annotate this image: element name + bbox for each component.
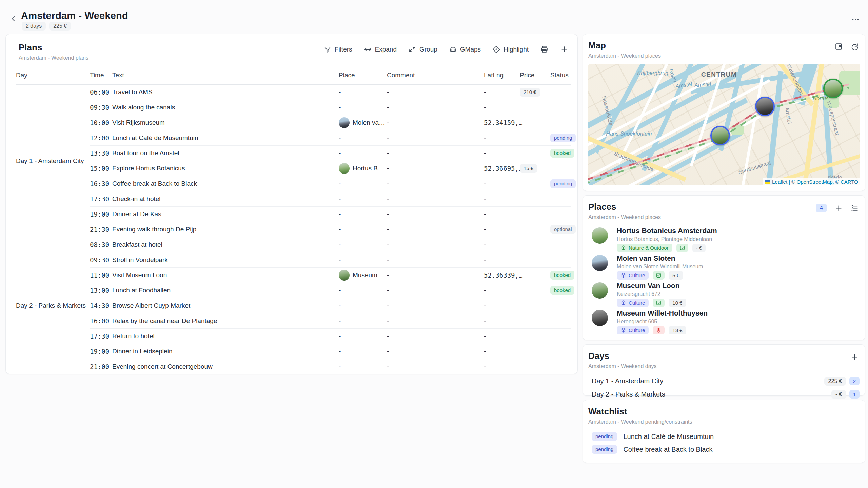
day-count-badge: 2 — [849, 377, 860, 385]
toolbar-gmaps-button[interactable]: GMaps — [449, 45, 481, 54]
cell-text: Boat tour on the Amstel — [112, 146, 339, 161]
table-row[interactable]: 16:30Coffee break at Back to Black---pen… — [16, 176, 571, 191]
table-row[interactable]: 19:00Dinner at De Kas--- — [16, 207, 571, 222]
cell-latlng: - — [484, 329, 520, 344]
cell-place: - — [339, 130, 387, 146]
table-row[interactable]: 11:00Visit Museum LoonMuseum Va…-52.3633… — [16, 268, 571, 283]
table-row[interactable]: 09:30Stroll in Vondelpark--- — [16, 252, 571, 268]
table-row[interactable]: 17:30Check-in at hotel--- — [16, 191, 571, 207]
toolbar-group-button[interactable]: Group — [408, 45, 437, 54]
map-fullscreen-button[interactable] — [834, 42, 843, 51]
visited-check-badge — [653, 299, 665, 307]
ellipsis-icon — [851, 15, 860, 24]
cell-place: - — [339, 222, 387, 237]
cell-latlng: - — [484, 283, 520, 298]
add-place-button[interactable] — [834, 204, 843, 212]
table-row[interactable]: 12:00Lunch at Café de Museumtuin---pendi… — [16, 130, 571, 146]
toolbar-highlight-button[interactable]: Highlight — [492, 45, 529, 54]
place-thumbnail — [339, 163, 350, 174]
table-row[interactable]: 19:00Dinner in Leidseplein--- — [16, 344, 571, 359]
cell-place[interactable]: Museum Va… — [339, 268, 387, 283]
map-label: CENTRUM — [701, 71, 737, 78]
cell-time: 12:00 — [90, 130, 112, 146]
cell-text: Visit Rijksmuseum — [112, 115, 339, 130]
print-button[interactable] — [540, 45, 549, 54]
place-item[interactable]: Hortus Botanicus Amsterdam Hortus Botani… — [588, 227, 860, 254]
add-day-button[interactable] — [850, 353, 859, 361]
cell-comment: - — [387, 161, 484, 176]
table-row[interactable]: 15:00Explore Hortus BotanicusHortus Bota… — [16, 161, 571, 176]
cell-price — [520, 298, 550, 313]
status-badge: booked — [550, 149, 574, 158]
cell-status — [550, 359, 571, 374]
cell-latlng: - — [484, 85, 520, 100]
column-header-place: Place — [339, 72, 387, 85]
cell-latlng: - — [484, 237, 520, 252]
cell-price — [520, 329, 550, 344]
table-row[interactable]: 17:30Return to hotel--- — [16, 329, 571, 344]
watchlist-item-text: Lunch at Café de Museumtuin — [623, 433, 714, 441]
cell-status: pending — [550, 176, 571, 191]
place-thumbnail — [339, 270, 350, 281]
cell-text: Lunch at Foodhallen — [112, 283, 339, 298]
cell-status — [550, 100, 571, 115]
cell-place: - — [339, 237, 387, 252]
watchlist-subtitle: Amsterdam - Weekend pending/constraints — [588, 419, 692, 425]
place-item[interactable]: Molen van Sloten Molen van Sloten Windmi… — [588, 254, 860, 282]
back-button[interactable] — [8, 14, 18, 24]
cell-place: - — [339, 207, 387, 222]
status-badge: optional — [550, 225, 576, 234]
cell-place[interactable]: Hortus Bota… — [339, 161, 387, 176]
cell-price — [520, 313, 550, 329]
cell-comment: - — [387, 313, 484, 329]
table-row[interactable]: Day 1 - Amsterdam City06:00Travel to AMS… — [16, 85, 571, 100]
map-refresh-button[interactable] — [850, 42, 859, 51]
list-icon — [850, 204, 859, 212]
table-row[interactable]: Day 2 - Parks & Markets08:30Breakfast at… — [16, 237, 571, 252]
cell-time: 09:30 — [90, 100, 112, 115]
day-row[interactable]: Day 2 - Parks & Markets - € 1 — [588, 388, 860, 401]
museum-willet-marker[interactable] — [755, 97, 775, 116]
museum-van-loon-marker[interactable] — [710, 126, 730, 145]
more-menu-button[interactable] — [851, 15, 860, 26]
place-name: Molen van Sloten — [617, 254, 675, 262]
toolbar-expand-button[interactable]: Expand — [364, 45, 397, 54]
total-price-badge: 225 € — [49, 22, 71, 30]
page-header: Amsterdam - Weekend 2 days 225 € — [0, 0, 868, 33]
cell-text: Evening walk through De Pijp — [112, 222, 339, 237]
cell-place: - — [339, 85, 387, 100]
place-item[interactable]: Museum Van Loon Keizersgracht 672 Cultur… — [588, 282, 860, 309]
cell-status — [550, 115, 571, 130]
table-row[interactable]: 21:30Evening walk through De Pijp---opti… — [16, 222, 571, 237]
cell-text: Browse Albert Cuyp Market — [112, 298, 339, 313]
table-row[interactable]: 21:00Evening concert at Concertgebouw--- — [16, 359, 571, 374]
refresh-icon — [850, 42, 859, 51]
hortus-botanicus-marker[interactable] — [823, 79, 843, 98]
day-row[interactable]: Day 1 - Amsterdam City 225 € 2 — [588, 374, 860, 388]
cell-price — [520, 207, 550, 222]
cell-price — [520, 146, 550, 161]
watchlist-item[interactable]: pending Lunch at Café de Museumtuin — [588, 430, 860, 443]
plus-icon — [560, 45, 569, 54]
table-row[interactable]: 16:00Relax by the canal near De Plantage… — [16, 313, 571, 329]
cell-place[interactable]: Molen van … — [339, 115, 387, 130]
places-list-view-button[interactable] — [850, 204, 859, 212]
cell-price — [520, 100, 550, 115]
status-badge: booked — [550, 286, 574, 295]
plans-card: Plans Amsterdam - Weekend plans FiltersE… — [5, 34, 578, 374]
table-row[interactable]: 13:00Lunch at Foodhallen---booked — [16, 283, 571, 298]
fullscreen-icon — [834, 42, 843, 51]
toolbar-filters-button[interactable]: Filters — [323, 45, 352, 54]
table-row[interactable]: 13:30Boat tour on the Amstel---booked — [16, 146, 571, 161]
table-row[interactable]: 09:30Walk along the canals--- — [16, 100, 571, 115]
watchlist-item[interactable]: pending Coffee break at Back to Black — [588, 443, 860, 456]
cell-text: Relax by the canal near De Plantage — [112, 313, 339, 329]
printer-icon — [540, 45, 549, 54]
table-row[interactable]: 14:30Browse Albert Cuyp Market--- — [16, 298, 571, 313]
table-row[interactable]: 10:00Visit RijksmuseumMolen van …-52.341… — [16, 115, 571, 130]
place-item[interactable]: Museum Willet-Holthuysen Herengracht 605… — [588, 309, 860, 337]
add-plan-button[interactable] — [560, 45, 569, 54]
cell-time: 21:30 — [90, 222, 112, 237]
map-canvas[interactable]: KrijtbergbrugRokinAmstelAmstelCENTRUMWat… — [588, 64, 860, 185]
day-label: Day 2 - Parks & Markets — [588, 390, 831, 398]
